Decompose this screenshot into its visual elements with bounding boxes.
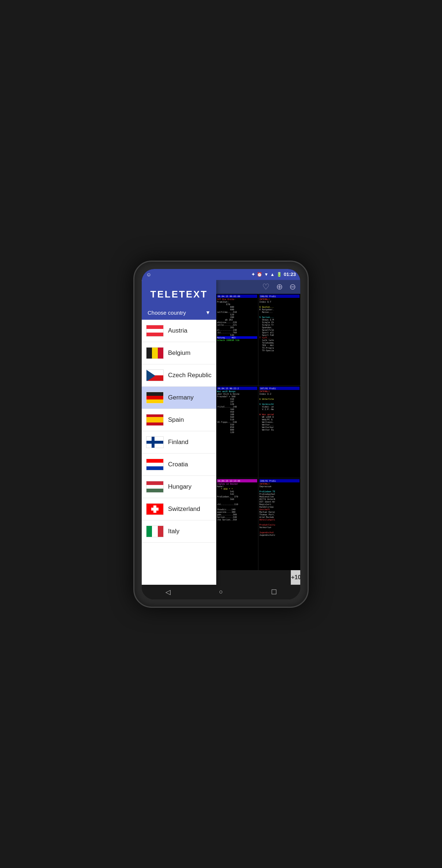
tt-line-highlight: Matung.... 463 xyxy=(217,336,257,339)
country-item-italy[interactable]: Italy xyxy=(142,520,216,543)
bluetooth-icon: ✦ xyxy=(251,272,255,277)
tt-line: INTERN// xyxy=(259,482,300,485)
country-name-hungary: Hungary xyxy=(168,483,191,490)
tt-line: 201 xyxy=(217,326,257,329)
status-right: ✦ ⏰ ▼ ▲ 🔋 01:23 xyxy=(251,272,296,277)
tt-line: Sport all xyxy=(259,331,300,334)
tt-cell-4-header: 107/01 ProSi xyxy=(259,387,300,390)
tt-line: Thomas Port. xyxy=(259,513,300,516)
tt-line: Index U-Z xyxy=(259,393,300,395)
tt-line xyxy=(259,395,300,398)
tt-line xyxy=(259,521,300,523)
tt-line: Arnd Muckeb xyxy=(259,516,300,518)
tt-line: W Was gerad xyxy=(259,413,300,416)
country-name-austria: Austria xyxy=(168,327,187,334)
country-item-switzerland[interactable]: Switzerland xyxy=(142,498,216,520)
flag-spain xyxy=(146,414,164,426)
tt-line: Abteilungsti xyxy=(259,518,300,521)
country-name-germany: Germany xyxy=(168,394,194,401)
tt-line: Wetter Eu xyxy=(259,428,300,431)
zoom-in-icon[interactable]: ⊕ xyxy=(276,282,283,292)
tt-line: 541 xyxy=(217,490,257,493)
flag-hungary xyxy=(146,481,164,493)
alarm-icon: ⏰ xyxy=(257,272,262,277)
teletext-content: 06.04.15 09:03:09 IVT Die Erste- Pramika… xyxy=(216,294,300,570)
tt-line: Nahe! xyxy=(217,485,257,488)
home-button[interactable]: ○ xyxy=(212,587,230,598)
flag-belgium xyxy=(146,347,164,359)
country-item-finland[interactable]: Finland xyxy=(142,431,216,454)
tt-line: 540 xyxy=(217,334,257,336)
country-list: Austria Belgium xyxy=(142,320,216,585)
zoom-out-icon[interactable]: ⊖ xyxy=(289,282,296,292)
tt-line: Single Ch xyxy=(259,321,300,323)
country-name-finland: Finland xyxy=(168,439,188,446)
tt-line: 85774 Unterß xyxy=(259,498,300,500)
country-name-switzerland: Switzerland xyxy=(168,505,200,513)
plus10-button[interactable]: +10 xyxy=(291,570,300,585)
tt-line: 550 xyxy=(217,398,257,400)
tt-line: Q Quoten... xyxy=(259,306,300,308)
tt-line: Vermortun xyxy=(259,526,300,528)
tt-line: Single-Tr xyxy=(259,323,300,326)
country-name-croatia: Croatia xyxy=(168,461,188,468)
tt-line: Telekommu xyxy=(259,341,300,344)
country-item-czech[interactable]: Czech Republic xyxy=(142,364,216,387)
tt-cell-3: 06.04.15 06:22:2 Was weiß Bongo uber Dic… xyxy=(216,386,258,478)
tt-line xyxy=(259,528,300,531)
tt-line: 850 xyxy=(217,426,257,428)
tt-line xyxy=(217,500,257,503)
tt-cell-6: 108/01 ProSi INTERN// Impressum ProSiebe… xyxy=(259,478,300,570)
tt-line: 510 xyxy=(217,418,257,421)
tt-line: Impressum xyxy=(259,485,300,488)
country-item-austria[interactable]: Austria xyxy=(142,320,216,342)
status-time: 01:23 xyxy=(284,272,296,277)
app-title: TELETEXT xyxy=(148,289,210,300)
android-icon: ☺ xyxy=(146,272,151,277)
country-item-croatia[interactable]: Croatia xyxy=(142,454,216,476)
tt-cell-1-header: 06.04.15 09:03:09 xyxy=(217,295,257,298)
choose-country-text: Choose country xyxy=(148,310,186,316)
country-item-belgium[interactable]: Belgium xyxy=(142,342,216,364)
flag-switzerland xyxy=(146,503,164,515)
tt-line: rtitel......148 xyxy=(217,405,257,408)
app-container: TELETEXT Choose country ▼ xyxy=(142,280,300,585)
tt-line: ncheck 199EUR 516 xyxy=(217,339,257,341)
country-item-germany[interactable]: Germany xyxy=(142,387,216,409)
back-button[interactable]: ◁ xyxy=(159,587,177,598)
wifi-icon: ▼ xyxy=(264,272,268,277)
phone-frame: ☺ ✦ ⏰ ▼ ▲ 🔋 01:23 TELETEXT Choos xyxy=(133,261,309,608)
battery-icon: 🔋 xyxy=(277,272,282,277)
country-name-czech: Czech Republic xyxy=(168,372,212,379)
tt-line: T taff... xyxy=(259,336,300,339)
tt-line: R Ratgeber. xyxy=(259,308,300,311)
dropdown-panel: TELETEXT Choose country ▼ xyxy=(142,280,216,585)
tt-cell-2: 106/01 ProSi INTERN// Index Q-T Q Quoten… xyxy=(259,294,300,386)
tt-line: ProSieben TE xyxy=(259,490,300,493)
tt-line xyxy=(259,400,300,403)
tt-line: uber Dich & Deine xyxy=(217,393,257,395)
favorite-icon[interactable]: ♡ xyxy=(262,282,270,292)
tt-line: 280 xyxy=(217,316,257,318)
tt-line: Spielfilm xyxy=(259,329,300,331)
tt-line: 560 xyxy=(217,498,257,500)
choose-country-dropdown[interactable]: Choose country ▼ xyxy=(142,306,216,320)
tt-line: Pramikat: xyxy=(217,300,257,303)
tt-line: 160 xyxy=(217,408,257,410)
tt-line: ProSiebenSat xyxy=(259,493,300,495)
tt-line: agazine....380 xyxy=(217,511,257,513)
tt-line: INTERN// xyxy=(259,390,300,393)
tt-line: 560 xyxy=(217,416,257,418)
tt-line: Handelsregi xyxy=(259,505,300,508)
tt-line: Shows & M xyxy=(259,318,300,321)
tt-line: cht..........110 xyxy=(217,503,257,505)
recents-button[interactable]: ☐ xyxy=(265,587,283,598)
tt-line xyxy=(259,313,300,316)
tt-cell-3-header: 06.04.15 06:22:2 xyxy=(217,387,257,390)
tt-line: Markan Karaj xyxy=(259,511,300,513)
tt-line: 120 xyxy=(217,431,257,433)
country-item-spain[interactable]: Spain xyxy=(142,409,216,431)
country-item-hungary[interactable]: Hungary xyxy=(142,476,216,498)
tt-line xyxy=(259,488,300,490)
tt-line: ebnisse.....220 xyxy=(217,321,257,323)
